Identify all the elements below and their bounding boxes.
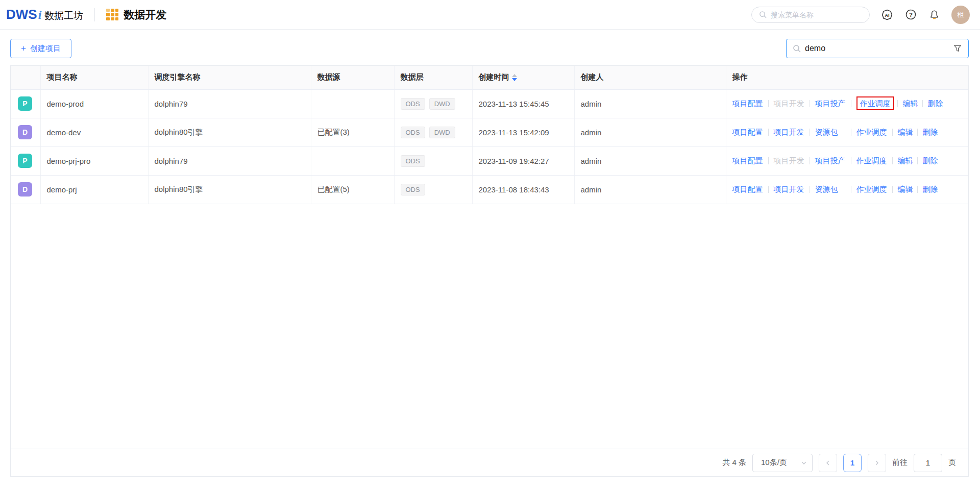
action-separator [897,100,898,107]
action-delete[interactable]: 删除 [923,128,938,136]
action-separator [768,100,769,107]
action-job-schedule[interactable]: 作业调度 [856,128,887,136]
create-project-button[interactable]: + 创建项目 [10,39,71,58]
action-project-dev: 项目开发 [774,156,804,165]
action-delete[interactable]: 删除 [923,156,938,165]
logo-text-suffix: 数据工坊 [44,9,83,22]
table-row: P demo-prod dolphin79 ODSDWD 2023-11-13 … [11,89,968,118]
action-project-deploy[interactable]: 项目投产 [815,156,846,165]
action-project-config[interactable]: 项目配置 [732,128,763,136]
action-job-schedule[interactable]: 作业调度 [856,185,887,193]
action-edit[interactable]: 编辑 [898,128,913,136]
notification-bell-icon[interactable] [928,9,940,21]
layer-tag: DWD [429,98,455,110]
engine-name-cell: dolphin79 [148,89,311,118]
action-separator [768,157,769,164]
engine-name-cell: dolphin80引擎 [148,175,311,204]
actions-cell: 项目配置项目开发资源包作业调度编辑删除 [726,118,968,146]
header-creator: 创建人 [574,66,726,89]
sort-asc-icon[interactable] [512,74,517,77]
project-filter-input[interactable] [805,44,949,53]
action-project-config[interactable]: 项目配置 [732,99,763,108]
action-edit[interactable]: 编辑 [903,99,918,108]
created-time-cell: 2023-11-13 15:45:45 [472,89,574,118]
page-size-select[interactable]: 10条/页 [752,454,813,472]
grid-menu-icon [106,9,118,21]
user-avatar[interactable]: 租 [951,6,970,24]
layer-tag: ODS [401,98,425,110]
layer-tag: DWD [429,127,455,138]
datasource-cell: 已配置(5) [311,175,394,204]
table-row: P demo-prj-pro dolphin79 ODS 2023-11-09 … [11,146,968,175]
action-separator [892,157,893,164]
project-name-cell: demo-prj-pro [40,146,148,175]
creator-cell: admin [574,146,726,175]
project-type-badge: D [18,182,32,197]
module-menu[interactable]: 数据开发 [106,8,166,22]
table-empty-space [11,204,968,449]
header-actions: 操作 [726,66,968,89]
header-icon-col [11,66,40,89]
sort-caret-icon[interactable] [512,74,517,81]
creator-cell: admin [574,118,726,146]
action-project-dev[interactable]: 项目开发 [774,185,804,193]
sort-desc-icon[interactable] [512,78,517,81]
table-body: P demo-prod dolphin79 ODSDWD 2023-11-13 … [11,89,968,204]
app-logo: DWS i 数据工坊 [6,7,83,22]
page-suffix-label: 页 [948,458,956,468]
total-count-label: 共 4 条 [722,458,746,468]
filter-funnel-icon[interactable] [953,44,962,53]
action-separator [851,186,851,193]
action-separator [810,186,810,193]
action-separator [851,157,851,164]
action-separator [810,157,810,164]
data-layer-cell: ODSDWD [394,118,472,146]
pagination-bar: 共 4 条 10条/页 1 前往 页 [11,449,968,476]
prev-page-button[interactable] [819,454,837,472]
action-project-config[interactable]: 项目配置 [732,185,763,193]
action-delete[interactable]: 删除 [923,185,938,193]
action-resource-package[interactable]: 资源包 [815,185,838,193]
created-time-cell: 2023-11-13 15:42:09 [472,118,574,146]
data-layer-cell: ODS [394,175,472,204]
action-separator [892,186,893,193]
action-edit[interactable]: 编辑 [898,156,913,165]
project-type-badge: P [18,96,32,111]
project-type-badge: P [18,154,32,168]
action-separator [922,100,923,107]
action-project-deploy[interactable]: 项目投产 [815,99,846,108]
datasource-cell [311,146,394,175]
search-icon [793,44,801,53]
ai-assistant-icon[interactable]: AI [881,9,893,21]
action-separator [851,100,851,107]
action-project-dev[interactable]: 项目开发 [774,128,804,136]
action-project-config[interactable]: 项目配置 [732,156,763,165]
goto-page-input[interactable] [914,454,942,472]
created-time-cell: 2023-11-09 19:42:27 [472,146,574,175]
table-row: D demo-dev dolphin80引擎 已配置(3) ODSDWD 202… [11,118,968,146]
action-separator [768,186,769,193]
action-job-schedule[interactable]: 作业调度 [856,156,887,165]
table-header-row: 项目名称 调度引擎名称 数据源 数据层 创建时间 创建人 操作 [11,66,968,89]
help-icon[interactable]: ? [904,9,917,21]
actions-cell: 项目配置项目开发资源包作业调度编辑删除 [726,175,968,204]
action-edit[interactable]: 编辑 [898,185,913,193]
action-resource-package[interactable]: 资源包 [815,128,838,136]
menu-search-box[interactable] [751,7,870,23]
datasource-cell [311,89,394,118]
search-icon [759,11,767,18]
logo-text-i: i [38,8,42,22]
action-job-schedule[interactable]: 作业调度 [856,96,894,110]
project-table-container: 项目名称 调度引擎名称 数据源 数据层 创建时间 创建人 操作 P demo-p… [10,65,969,477]
layer-tag: ODS [401,155,425,167]
action-separator [917,186,918,193]
project-filter-box [786,39,969,58]
action-delete[interactable]: 删除 [928,99,943,108]
datasource-cell: 已配置(3) [311,118,394,146]
project-name-cell: demo-dev [40,118,148,146]
top-navbar: DWS i 数据工坊 数据开发 AI ? [0,0,980,30]
action-separator [810,100,810,107]
page-number-1[interactable]: 1 [843,454,862,472]
menu-search-input[interactable] [771,11,862,19]
next-page-button[interactable] [868,454,886,472]
